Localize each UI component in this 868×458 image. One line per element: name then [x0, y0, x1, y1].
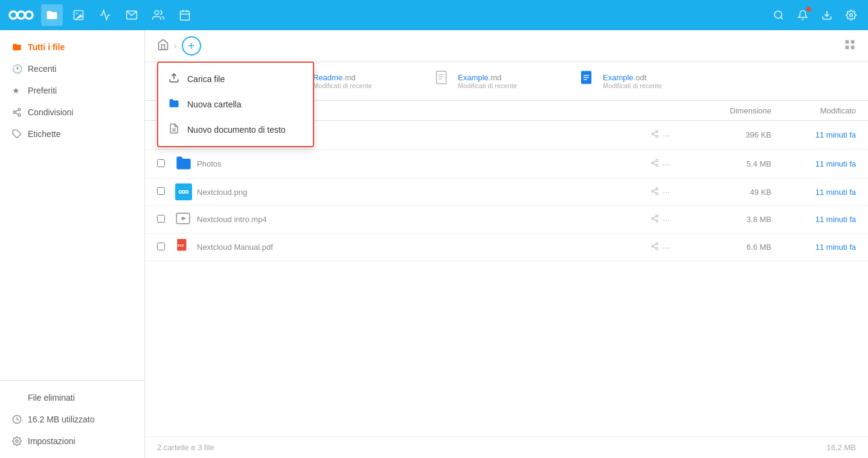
recent-example-odt-sub: Modificati di recente	[603, 82, 662, 89]
file-link-png[interactable]: Nextcloud.png	[197, 188, 247, 197]
breadcrumb-separator: ›	[174, 41, 177, 51]
footer-total-size: 16,2 MB	[827, 443, 856, 452]
file-name-photos[interactable]: Photos	[197, 159, 651, 168]
file-link-photos[interactable]: Photos	[197, 159, 221, 168]
content-header: › + Carica file	[145, 30, 868, 62]
logo[interactable]	[6, 4, 36, 26]
file-name-ext-pdf: .pdf	[260, 243, 273, 252]
file-size-png: 49 KB	[699, 188, 771, 197]
header-modified-col: Modificato	[771, 106, 856, 115]
checkbox-mp4[interactable]	[157, 215, 165, 223]
svg-point-17	[850, 14, 853, 17]
breadcrumb-home-icon[interactable]	[157, 39, 169, 54]
recent-example-odt-name: Example.odt	[603, 73, 662, 82]
row-checkbox-pdf	[157, 243, 175, 252]
size-value-pdf: 6.6 MB	[747, 243, 771, 252]
notifications-wrapper	[792, 4, 814, 26]
file-modified-pdf: 11 minuti fa	[771, 243, 856, 252]
svg-point-68	[656, 215, 658, 217]
checkbox-photos[interactable]	[157, 159, 165, 167]
svg-point-50	[656, 159, 658, 162]
file-name-pdf[interactable]: Nextcloud Manual.pdf	[197, 243, 651, 252]
topbar-mail-icon[interactable]	[121, 4, 143, 26]
recent-item-example-odt[interactable]: Example.odt Modificati di recente	[580, 71, 713, 92]
row-actions-documents: ···	[651, 130, 699, 140]
checkbox-png[interactable]	[157, 187, 165, 195]
new-doc-item[interactable]: Nuovo documento di testo	[158, 117, 313, 142]
topbar-calendar-icon[interactable]	[174, 4, 196, 26]
recent-readme-name: Readme.md	[313, 73, 372, 82]
modified-value-documents: 11 minuti fa	[815, 130, 856, 139]
share-icon-pdf[interactable]	[651, 242, 659, 252]
sidebar-item-deleted[interactable]: File eliminati	[0, 387, 144, 409]
example-odt-icon	[580, 71, 597, 92]
row-actions-pdf: ···	[651, 242, 699, 252]
sidebar-item-all-files[interactable]: Tutti i file	[0, 36, 144, 58]
recent-item-example-md[interactable]: Example.md Modificati di recente	[435, 71, 568, 92]
svg-point-5	[27, 13, 32, 18]
header-modified-label: Modificato	[820, 106, 856, 115]
topbar	[0, 0, 868, 30]
sidebar-item-favorites[interactable]: ★ Preferiti	[0, 80, 144, 101]
share-icon-photos[interactable]	[651, 159, 659, 169]
sidebar-item-storage[interactable]: 16.2 MB utilizzato	[0, 409, 144, 430]
more-icon-documents[interactable]: ···	[663, 130, 670, 140]
sidebar-item-recents[interactable]: 🕐 Recenti	[0, 58, 144, 80]
file-name-mp4[interactable]: Nextcloud intro.mp4	[197, 215, 651, 224]
svg-point-75	[656, 243, 658, 245]
topbar-contacts-icon[interactable]	[147, 4, 169, 26]
topbar-photos-icon[interactable]	[68, 4, 89, 26]
content-area: › + Carica file	[145, 30, 868, 458]
file-name-main-mp4: Nextcloud intro	[197, 215, 249, 224]
sidebar-item-tags[interactable]: Etichette	[0, 123, 144, 145]
file-name-png[interactable]: Nextcloud.png	[197, 188, 651, 197]
modified-value-photos: 11 minuti fa	[815, 159, 856, 168]
modified-value-png: 11 minuti fa	[815, 188, 856, 197]
favorites-icon: ★	[12, 86, 22, 95]
view-toggle-button[interactable]	[844, 39, 856, 54]
svg-point-47	[656, 135, 658, 138]
svg-line-48	[654, 135, 656, 136]
new-folder-item[interactable]: Nuova cartella	[158, 92, 313, 117]
share-icon-documents[interactable]	[651, 130, 659, 140]
file-modified-documents: 11 minuti fa	[771, 130, 856, 139]
sidebar-bottom: File eliminati 16.2 MB utilizzato Impost…	[0, 380, 144, 458]
sidebar-label-tags: Etichette	[28, 129, 60, 139]
more-icon-png[interactable]: ···	[663, 187, 670, 197]
recent-example-md-name: Example.md	[458, 73, 517, 82]
new-doc-icon	[168, 123, 180, 136]
svg-line-21	[16, 113, 19, 115]
new-file-button[interactable]: +	[182, 36, 201, 56]
more-icon-photos[interactable]: ···	[663, 159, 670, 169]
video-icon-mp4	[175, 211, 197, 228]
upload-file-item[interactable]: Carica file	[158, 66, 313, 92]
row-checkbox-mp4	[157, 215, 175, 224]
more-icon-mp4[interactable]: ···	[663, 215, 670, 224]
svg-line-78	[654, 247, 656, 248]
download-icon[interactable]	[816, 4, 838, 26]
svg-line-79	[654, 244, 656, 246]
checkbox-pdf[interactable]	[157, 243, 165, 250]
recent-readme-text: Readme.md Modificati di recente	[313, 73, 372, 89]
file-modified-photos: 11 minuti fa	[771, 159, 856, 168]
sidebar-item-shares[interactable]: Condivisioni	[0, 101, 144, 123]
svg-point-77	[656, 247, 658, 250]
sidebar-label-recents: Recenti	[28, 64, 56, 74]
svg-point-25	[16, 440, 18, 442]
svg-point-70	[656, 220, 658, 222]
topbar-files-icon[interactable]	[41, 4, 63, 26]
modified-value-pdf: 11 minuti fa	[815, 243, 856, 252]
svg-point-69	[652, 217, 654, 220]
topbar-activity-icon[interactable]	[94, 4, 116, 26]
file-link-mp4[interactable]: Nextcloud intro.mp4	[197, 215, 267, 224]
settings-icon[interactable]	[840, 4, 862, 26]
search-icon[interactable]	[768, 4, 789, 26]
sidebar-item-settings[interactable]: Impostazioni	[0, 430, 144, 452]
share-icon-mp4[interactable]	[651, 214, 659, 224]
svg-line-72	[654, 217, 656, 218]
row-actions-photos: ···	[651, 159, 699, 169]
file-link-pdf[interactable]: Nextcloud Manual.pdf	[197, 243, 273, 252]
modified-value-mp4: 11 minuti fa	[815, 215, 856, 224]
more-icon-pdf[interactable]: ···	[663, 243, 670, 252]
share-icon-png[interactable]	[651, 187, 659, 197]
